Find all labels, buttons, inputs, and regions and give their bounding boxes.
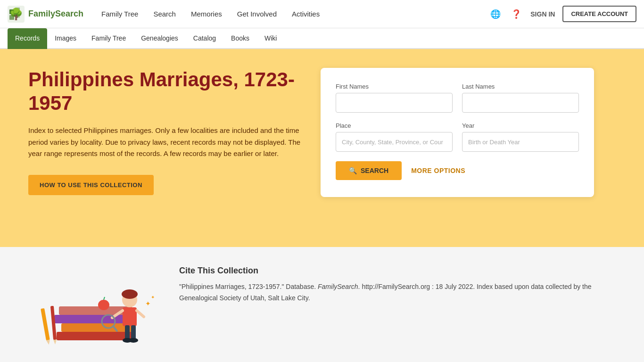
hero-section: Philippines Marriages, 1723-1957 Index t…	[0, 49, 644, 247]
main-nav: Family Tree Search Memories Get Involved…	[95, 6, 489, 22]
top-navigation: 🌳 FamilySearch Family Tree Search Memori…	[0, 0, 644, 28]
svg-point-10	[98, 300, 109, 310]
svg-point-26	[129, 338, 138, 343]
search-actions: 🔍 SEARCH MORE OPTIONS	[336, 161, 579, 180]
last-names-label: Last Names	[462, 83, 579, 90]
create-account-button[interactable]: CREATE ACCOUNT	[562, 6, 636, 22]
cite-quote: "Philippines Marriages, 1723-1957."	[179, 283, 284, 290]
globe-icon[interactable]: 🌐	[489, 8, 502, 21]
hero-description: Index to selected Philippines marriages.…	[28, 125, 302, 160]
svg-rect-6	[57, 332, 132, 340]
search-button[interactable]: 🔍 SEARCH	[336, 161, 402, 180]
nav-family-tree[interactable]: Family Tree	[95, 6, 145, 22]
first-names-input[interactable]	[336, 93, 453, 113]
cite-text: "Philippines Marriages, 1723-1957." Data…	[179, 281, 616, 304]
nav-search[interactable]: Search	[147, 6, 182, 22]
hero-content: Philippines Marriages, 1723-1957 Index t…	[28, 68, 302, 195]
sub-navigation: Records Images Family Tree Genealogies C…	[0, 28, 644, 49]
page-title: Philippines Marriages, 1723-1957	[28, 68, 302, 115]
svg-rect-18	[123, 307, 137, 326]
year-group: Year	[462, 122, 579, 152]
how-to-use-button[interactable]: HOW TO USE THIS COLLECTION	[28, 175, 154, 195]
subnav-catalog[interactable]: Catalog	[186, 28, 223, 49]
nav-memories[interactable]: Memories	[184, 6, 229, 22]
year-label: Year	[462, 122, 579, 129]
svg-text:✦: ✦	[145, 300, 151, 307]
svg-rect-7	[61, 323, 132, 332]
year-input[interactable]	[462, 132, 579, 152]
place-year-row: Place Year	[336, 122, 579, 152]
svg-line-11	[104, 297, 105, 300]
nav-activities[interactable]: Activities	[285, 6, 326, 22]
more-options-link[interactable]: MORE OPTIONS	[411, 167, 465, 174]
subnav-genealogies[interactable]: Genealogies	[133, 28, 186, 49]
svg-rect-12	[41, 308, 50, 340]
logo-text: FamilySearch	[28, 9, 83, 19]
subnav-records[interactable]: Records	[8, 28, 47, 49]
last-names-input[interactable]	[462, 93, 579, 113]
citation-section: Cite This Collection "Philippines Marria…	[179, 266, 616, 304]
svg-point-17	[122, 289, 138, 299]
illustration: ✦ ✦	[28, 266, 160, 360]
nav-get-involved[interactable]: Get Involved	[231, 6, 283, 22]
top-nav-right: 🌐 ❓ SIGN IN CREATE ACCOUNT	[489, 6, 636, 22]
place-group: Place	[336, 122, 453, 152]
name-fields-row: First Names Last Names	[336, 83, 579, 113]
last-names-group: Last Names	[462, 83, 579, 113]
first-names-group: First Names	[336, 83, 453, 113]
svg-marker-13	[46, 340, 51, 345]
bottom-section: ✦ ✦ Cite This Collection "Philippines Ma…	[0, 247, 644, 362]
subnav-books[interactable]: Books	[223, 28, 257, 49]
logo-link[interactable]: 🌳 FamilySearch	[8, 6, 83, 23]
first-names-label: First Names	[336, 83, 453, 90]
place-input[interactable]	[336, 132, 453, 152]
cite-italics: FamilySearch	[318, 283, 358, 290]
cite-title: Cite This Collection	[179, 266, 616, 276]
place-label: Place	[336, 122, 453, 129]
sign-in-link[interactable]: SIGN IN	[530, 10, 555, 18]
familysearch-logo-icon: 🌳	[8, 6, 25, 23]
cite-database-label: Database.	[286, 283, 316, 290]
svg-text:🌳: 🌳	[9, 7, 23, 21]
help-icon[interactable]: ❓	[510, 8, 523, 21]
svg-line-20	[137, 311, 144, 317]
subnav-images[interactable]: Images	[47, 28, 84, 49]
svg-text:✦: ✦	[151, 295, 155, 300]
svg-marker-15	[53, 340, 57, 345]
search-icon: 🔍	[349, 167, 357, 174]
subnav-wiki[interactable]: Wiki	[257, 28, 284, 49]
svg-rect-8	[54, 315, 134, 323]
search-card: First Names Last Names Place Year 🔍 SEAR…	[321, 68, 594, 197]
search-btn-label: SEARCH	[361, 167, 388, 174]
subnav-family-tree[interactable]: Family Tree	[84, 28, 133, 49]
